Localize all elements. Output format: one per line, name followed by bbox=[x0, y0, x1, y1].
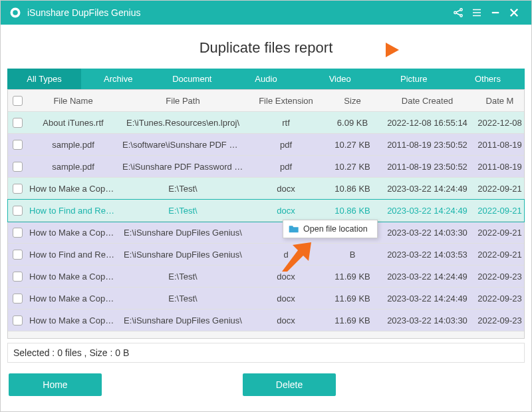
cell-size: 6.09 KB bbox=[326, 118, 379, 128]
table-row[interactable]: sample.pdfE:\iSunshare PDF Password Gepd… bbox=[8, 156, 524, 178]
context-open-location[interactable]: Open file location bbox=[303, 224, 368, 234]
minimize-icon[interactable] bbox=[486, 3, 505, 22]
row-checkbox[interactable] bbox=[8, 162, 27, 172]
table-row[interactable]: How to Find and RemovE:\iSunshare DupFil… bbox=[8, 244, 524, 266]
cell-created: 2023-03-22 14:24:49 bbox=[379, 184, 475, 194]
cell-name: How to Make a Copy of bbox=[27, 184, 120, 194]
cell-modified: 2022-09-21 bbox=[475, 206, 524, 216]
cell-ext: docx bbox=[246, 315, 326, 325]
cell-name: How to Find and Remov bbox=[27, 250, 120, 260]
col-path[interactable]: File Path bbox=[120, 96, 246, 106]
cell-path: E:\Test\ bbox=[120, 184, 246, 194]
report-header: Duplicate files report bbox=[1, 25, 531, 69]
table-row[interactable]: About iTunes.rtfE:\iTunes.Resources\en.l… bbox=[8, 112, 524, 134]
cell-modified: 2011-08-19 bbox=[475, 162, 524, 172]
cell-created: 2023-03-22 14:24:49 bbox=[379, 272, 475, 282]
cell-path: E:\iSunshare DupFiles Genius\ bbox=[120, 228, 246, 238]
cell-path: E:\software\iSunshare PDF Pas bbox=[120, 140, 246, 150]
col-size[interactable]: Size bbox=[326, 96, 379, 106]
tab-all-types[interactable]: All Types bbox=[7, 69, 81, 89]
cell-modified: 2022-09-21 bbox=[475, 228, 524, 238]
cell-size: 11.69 KB bbox=[326, 315, 379, 325]
cell-modified: 2022-12-08 bbox=[475, 118, 524, 128]
cell-path: E:\iTunes.Resources\en.lproj\ bbox=[120, 118, 246, 128]
row-checkbox[interactable] bbox=[8, 140, 27, 150]
tab-audio[interactable]: Audio bbox=[229, 69, 303, 89]
svg-point-4 bbox=[460, 15, 462, 17]
table-row[interactable]: How to Find and RemoE:\Test\docx10.86 KB… bbox=[8, 200, 524, 222]
row-checkbox[interactable] bbox=[8, 184, 27, 194]
close-icon[interactable] bbox=[505, 3, 523, 22]
cell-ext: pdf bbox=[246, 162, 326, 172]
cell-name: How to Make a Copy of bbox=[27, 315, 120, 325]
row-checkbox[interactable] bbox=[8, 294, 27, 304]
row-checkbox[interactable] bbox=[8, 272, 27, 282]
selection-status: Selected : 0 files , Size : 0 B bbox=[7, 343, 525, 363]
col-created[interactable]: Date Created bbox=[379, 96, 475, 106]
cell-name: sample.pdf bbox=[27, 140, 120, 150]
row-checkbox[interactable] bbox=[8, 315, 27, 325]
cell-name: How to Make a Copy of bbox=[27, 272, 120, 282]
tab-document[interactable]: Document bbox=[155, 69, 229, 89]
cell-name: How to Make a Copy of bbox=[27, 294, 120, 304]
cell-created: 2023-03-22 14:03:53 bbox=[379, 250, 475, 260]
cell-created: 2023-03-22 14:03:30 bbox=[379, 228, 475, 238]
svg-point-2 bbox=[454, 11, 456, 13]
row-checkbox[interactable] bbox=[8, 228, 27, 238]
cell-modified: 2022-09-21 bbox=[475, 250, 524, 260]
table-row[interactable]: How to Make a Copy ofE:\Test\docx10.86 K… bbox=[8, 178, 524, 200]
app-logo-icon bbox=[9, 6, 22, 19]
cell-created: 2022-12-08 16:55:14 bbox=[379, 118, 475, 128]
table-row[interactable]: How to Make a Copy ofE:\iSunshare DupFil… bbox=[8, 222, 524, 244]
row-checkbox[interactable] bbox=[8, 250, 27, 260]
share-icon[interactable] bbox=[449, 3, 467, 22]
cell-size: 10.27 KB bbox=[326, 140, 379, 150]
file-grid: File Name File Path File Extension Size … bbox=[7, 89, 525, 339]
home-button[interactable]: Home bbox=[9, 373, 102, 396]
cell-ext: rtf bbox=[246, 118, 326, 128]
table-row[interactable]: sample.pdfE:\software\iSunshare PDF Pasp… bbox=[8, 134, 524, 156]
titlebar: iSunshare DupFiles Genius bbox=[1, 1, 531, 25]
tab-picture[interactable]: Picture bbox=[377, 69, 451, 89]
row-checkbox[interactable] bbox=[8, 118, 27, 128]
col-modified[interactable]: Date M bbox=[475, 96, 524, 106]
table-row[interactable]: How to Make a Copy ofE:\iSunshare DupFil… bbox=[8, 309, 524, 331]
row-checkbox[interactable] bbox=[8, 206, 27, 216]
cell-ext: docx bbox=[246, 272, 326, 282]
cell-created: 2011-08-19 23:50:52 bbox=[379, 162, 475, 172]
tab-others[interactable]: Others bbox=[451, 69, 525, 89]
cell-path: E:\iSunshare DupFiles Genius\ bbox=[120, 315, 246, 325]
horizontal-scrollbar[interactable] bbox=[8, 331, 524, 338]
cell-ext: d bbox=[246, 250, 326, 260]
cell-size: 11.69 KB bbox=[326, 294, 379, 304]
svg-point-3 bbox=[460, 9, 462, 11]
bottom-bar: Home Delete bbox=[1, 365, 531, 404]
cell-ext: pdf bbox=[246, 140, 326, 150]
select-all-checkbox[interactable] bbox=[8, 96, 27, 106]
tab-video[interactable]: Video bbox=[303, 69, 377, 89]
delete-button[interactable]: Delete bbox=[243, 373, 336, 396]
cell-path: E:\iSunshare PDF Password Ge bbox=[120, 162, 246, 172]
grid-header-row: File Name File Path File Extension Size … bbox=[8, 90, 524, 112]
report-title: Duplicate files report bbox=[200, 39, 333, 57]
cell-size: B bbox=[326, 250, 379, 260]
cell-name: About iTunes.rtf bbox=[27, 118, 120, 128]
table-row[interactable]: How to Make a Copy ofE:\Test\docx11.69 K… bbox=[8, 266, 524, 288]
cell-created: 2023-03-22 14:24:49 bbox=[379, 206, 475, 216]
tab-archive[interactable]: Archive bbox=[81, 69, 155, 89]
context-menu: Open file location bbox=[283, 220, 378, 238]
svg-line-5 bbox=[456, 10, 460, 12]
col-ext[interactable]: File Extension bbox=[246, 96, 326, 106]
svg-point-1 bbox=[13, 10, 18, 15]
cell-size: 11.69 KB bbox=[326, 272, 379, 282]
cell-ext: docx bbox=[246, 294, 326, 304]
col-name[interactable]: File Name bbox=[27, 96, 120, 106]
cell-name: How to Make a Copy of bbox=[27, 228, 120, 238]
cell-modified: 2022-09-23 bbox=[475, 294, 524, 304]
table-row[interactable]: How to Make a Copy ofE:\Test\docx11.69 K… bbox=[8, 288, 524, 309]
cell-size: 10.86 KB bbox=[326, 184, 379, 194]
cell-modified: 2022-09-23 bbox=[475, 315, 524, 325]
cell-modified: 2022-09-23 bbox=[475, 272, 524, 282]
menu-icon[interactable] bbox=[467, 3, 486, 22]
svg-line-6 bbox=[456, 13, 460, 15]
